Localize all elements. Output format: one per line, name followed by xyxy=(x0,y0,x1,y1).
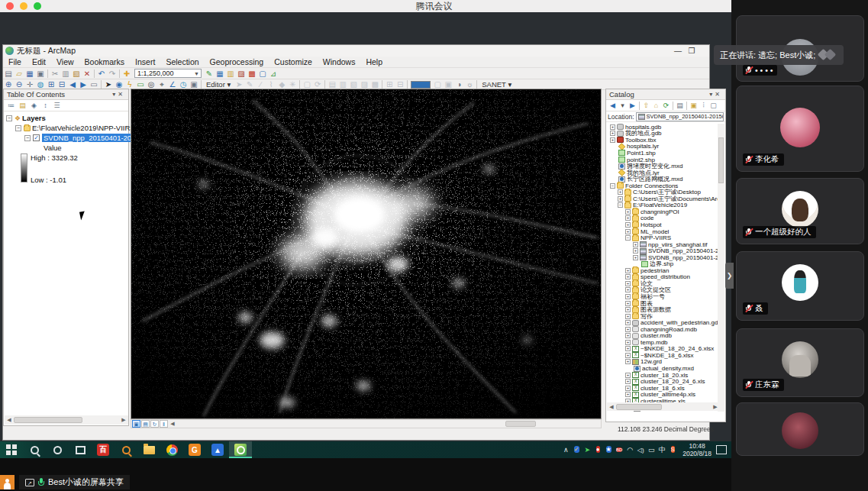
scroll-right-icon[interactable]: ▶ xyxy=(119,417,128,423)
expander-icon[interactable]: + xyxy=(625,353,631,358)
catalog-tree-item[interactable]: −E:\FloatVehicle2019 xyxy=(607,202,720,209)
toc-group-row[interactable]: − E:\FloatVehicle2019\NPP-VIIRS\ xyxy=(4,123,128,133)
expander-icon[interactable]: + xyxy=(625,301,631,306)
catalog-tree-item[interactable]: actual_density.mxd xyxy=(607,365,720,372)
home-icon[interactable]: ⌂ xyxy=(651,101,661,111)
participant-tile[interactable]: 叒 xyxy=(736,251,864,321)
scroll-thumb[interactable] xyxy=(616,404,662,410)
expander-icon[interactable]: + xyxy=(625,215,631,221)
catalog-tree-item[interactable]: +12w.grd xyxy=(607,359,720,366)
catalog-tree-item[interactable]: +cluster_alltime4p.xls xyxy=(607,391,720,398)
expander-icon[interactable]: + xyxy=(625,392,631,397)
expander-icon[interactable]: + xyxy=(610,124,615,130)
expander-icon[interactable]: + xyxy=(625,359,631,364)
forward-icon[interactable]: ▶ xyxy=(628,101,637,111)
tray-device-icon[interactable]: ▭ xyxy=(646,446,657,454)
expander-icon[interactable]: + xyxy=(625,379,631,384)
taskbar-search-button[interactable] xyxy=(23,441,46,458)
expander-icon[interactable]: + xyxy=(633,242,638,247)
pause-drawing-button[interactable]: ‖ xyxy=(160,420,168,428)
catalog-tree-item[interactable]: +Hotspot xyxy=(607,221,720,228)
expander-icon[interactable]: − xyxy=(618,202,623,208)
expander-icon[interactable]: + xyxy=(610,131,615,136)
catalog-tree-item[interactable]: +temp.mdb xyxy=(607,339,720,346)
tray-hidden-icons-chevron[interactable]: ∧ xyxy=(560,446,571,454)
expander-icon[interactable]: + xyxy=(625,320,631,325)
expander-icon[interactable]: + xyxy=(633,255,638,260)
expander-icon[interactable]: + xyxy=(625,340,631,345)
expander-icon[interactable]: + xyxy=(618,196,623,202)
window-icon[interactable]: ▢ xyxy=(708,101,718,111)
dropdown-icon[interactable]: ▾ xyxy=(618,101,628,111)
arcmap-titlebar[interactable]: 无标题 - ArcMap — ❐ xyxy=(3,45,709,57)
save-icon[interactable]: ▦ xyxy=(24,69,35,79)
catalog-tree-item[interactable]: hospitals.lyr xyxy=(607,144,720,150)
catalog-tree-item[interactable]: +ML_model xyxy=(607,228,720,235)
symbol-color-swatch[interactable] xyxy=(411,81,431,89)
menu-edit[interactable]: Edit xyxy=(27,57,51,66)
close-icon[interactable]: ✕ xyxy=(715,91,722,98)
toggle-tree-icon[interactable]: ⫶ xyxy=(699,101,708,111)
taskbar-blue-app[interactable]: ▲ xyxy=(206,441,229,458)
table-options-icon[interactable]: ▦ xyxy=(215,69,225,79)
toc-layers-row[interactable]: − ❖ Layers xyxy=(4,113,128,123)
catalog-tree-item[interactable]: 边界.shp xyxy=(607,260,720,267)
task-view-button[interactable] xyxy=(69,441,92,458)
menu-windows[interactable]: Windows xyxy=(318,57,361,66)
input-method-indicator[interactable]: 中 xyxy=(657,445,667,455)
catalog-tree-item[interactable]: +code xyxy=(607,215,720,222)
new-map-icon[interactable]: ▤ xyxy=(3,69,14,79)
catalog-vertical-scrollbar[interactable] xyxy=(718,124,724,412)
search-window-icon[interactable]: ▨ xyxy=(236,69,247,79)
layer-checkbox[interactable]: ✓ xyxy=(33,134,40,141)
expander-icon[interactable]: + xyxy=(625,268,631,273)
scroll-left-icon[interactable]: ◀ xyxy=(607,404,616,410)
panel-collapse-arrow[interactable]: ❯ xyxy=(725,263,734,289)
model-builder-icon[interactable]: ⊿ xyxy=(268,69,279,79)
catalog-tree-item[interactable]: +cluster_18_20_24_6.xls xyxy=(607,378,720,385)
catalog-tree-item[interactable]: +SVDNB_npp_20150401-20150430_7 xyxy=(607,247,720,254)
expander-icon[interactable]: + xyxy=(625,373,631,378)
tray-red-app-icon[interactable]: ● xyxy=(592,445,603,454)
list-by-visibility-icon[interactable]: ◈ xyxy=(28,101,40,111)
participant-tile[interactable]: 一个超级好的人 xyxy=(736,178,864,244)
delete-icon[interactable]: ✕ xyxy=(82,69,92,79)
menu-selection[interactable]: Selection xyxy=(160,57,204,66)
list-by-drawing-order-icon[interactable]: ≔ xyxy=(5,101,17,111)
catalog-tree-item[interactable]: +C:\Users\王宁诚\Documents\ArcGIS xyxy=(607,195,720,202)
layout-view-button[interactable]: ▤ xyxy=(141,420,150,428)
notification-center-icon[interactable] xyxy=(716,445,727,454)
scroll-thumb[interactable] xyxy=(718,137,724,183)
expander-icon[interactable]: + xyxy=(625,333,631,338)
tray-cursor-icon[interactable]: ➤ xyxy=(582,446,592,454)
list-by-selection-icon[interactable]: ↕ xyxy=(40,101,51,111)
options-icon[interactable]: ☰ xyxy=(51,101,63,111)
taskbar-baidu-app[interactable]: 百 xyxy=(92,441,115,458)
catalog-tree-item[interactable]: +pedestrian xyxy=(607,267,720,274)
data-view-button[interactable]: ▣ xyxy=(132,420,140,428)
menu-insert[interactable]: Insert xyxy=(130,57,160,66)
toc-horizontal-scrollbar[interactable]: ◀ ▶ xyxy=(5,415,128,425)
participant-tile[interactable]: 庄东霖 xyxy=(736,328,864,397)
back-icon[interactable]: ◀ xyxy=(608,101,618,111)
catalog-tree-item[interactable]: +福衫一号 xyxy=(607,293,720,300)
tray-360-icon[interactable]: ✓ xyxy=(571,445,582,454)
scroll-thumb[interactable] xyxy=(14,417,82,423)
editor-menu-button[interactable]: Editor ▾ xyxy=(203,80,234,89)
expander-icon[interactable]: − xyxy=(24,135,31,141)
catalog-tree-item[interactable]: +~$NKDE_18_6.xlsx xyxy=(607,352,720,359)
expander-icon[interactable]: − xyxy=(15,125,21,131)
editor-toolbar-icon[interactable]: ✎ xyxy=(204,69,215,79)
cut-icon[interactable]: ✂ xyxy=(50,69,60,79)
toc-layer-row[interactable]: − ✓ SVDNB_npp_20150401-20150430_ xyxy=(4,133,128,143)
catalog-tree-item[interactable]: +hospitals.gdb xyxy=(607,124,720,131)
catalog-tree-item[interactable]: +写作 xyxy=(607,313,720,320)
menu-customize[interactable]: Customize xyxy=(269,57,318,66)
participant-tile[interactable]: 李化希 xyxy=(736,86,864,172)
catalog-tree-item[interactable]: +cluster_18_6.xls xyxy=(607,385,720,392)
tray-meeting-icon[interactable]: ★ xyxy=(603,445,614,454)
expander-icon[interactable]: + xyxy=(625,281,631,286)
catalog-tree-item[interactable]: +changningRoad.mdb xyxy=(607,326,720,333)
close-icon[interactable]: ✕ xyxy=(118,91,125,98)
copy-icon[interactable]: ▥ xyxy=(60,69,71,79)
